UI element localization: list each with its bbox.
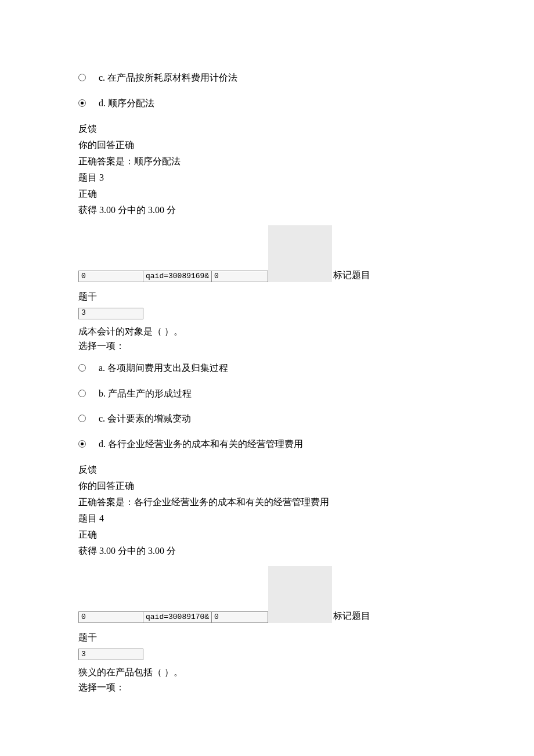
feedback-title: 反馈 bbox=[78, 462, 534, 478]
choose-prompt: 选择一项： bbox=[78, 339, 534, 354]
option-c[interactable]: c. 在产品按所耗原材料费用计价法 bbox=[78, 70, 534, 85]
question-number: 题目 4 bbox=[78, 510, 534, 527]
correct-answer: 正确答案是：各行企业经营业务的成本和有关的经营管理费用 bbox=[78, 494, 534, 510]
option-text: 各行企业经营业务的成本和有关的经营管理费用 bbox=[108, 437, 303, 452]
choose-prompt: 选择一项： bbox=[78, 680, 534, 695]
radio-icon[interactable] bbox=[78, 415, 86, 422]
option-text: 顺序分配法 bbox=[108, 96, 154, 111]
option-letter: d. bbox=[99, 96, 106, 111]
question-text: 狭义的在产品包括（ ）。 bbox=[78, 665, 534, 680]
feedback-correct: 你的回答正确 bbox=[78, 137, 534, 153]
stem-title: 题干 bbox=[78, 630, 534, 645]
option-b[interactable]: b. 产品生产的形成过程 bbox=[78, 386, 534, 401]
option-letter: c. bbox=[99, 411, 105, 426]
option-letter: b. bbox=[99, 386, 106, 401]
correct-answer: 正确答案是：顺序分配法 bbox=[78, 153, 534, 170]
option-text: 会计要素的增减变动 bbox=[107, 411, 191, 426]
option-c[interactable]: c. 会计要素的增减变动 bbox=[78, 411, 534, 426]
option-d[interactable]: d. 顺序分配法 bbox=[78, 96, 534, 111]
radio-icon[interactable] bbox=[78, 390, 86, 397]
radio-icon[interactable] bbox=[78, 364, 86, 372]
radio-icon[interactable] bbox=[78, 74, 86, 81]
option-text: 产品生产的形成过程 bbox=[108, 386, 192, 401]
question-score: 获得 3.00 分中的 3.00 分 bbox=[78, 543, 534, 559]
hidden-input-a[interactable]: 0 bbox=[78, 611, 143, 623]
question-score: 获得 3.00 分中的 3.00 分 bbox=[78, 202, 534, 218]
option-text: 各项期间费用支出及归集过程 bbox=[107, 361, 228, 376]
option-letter: c. bbox=[99, 70, 105, 85]
hidden-input-c[interactable]: 0 bbox=[212, 271, 268, 282]
feedback-block: 反馈 你的回答正确 正确答案是：顺序分配法 题目 3 正确 获得 3.00 分中… bbox=[78, 121, 534, 218]
option-text: 在产品按所耗原材料费用计价法 bbox=[107, 70, 237, 85]
feedback-title: 反馈 bbox=[78, 121, 534, 137]
feedback-correct: 你的回答正确 bbox=[78, 478, 534, 494]
radio-icon[interactable] bbox=[78, 440, 86, 448]
hidden-input-b[interactable]: qaid=30089170& bbox=[143, 611, 212, 623]
sequence-input[interactable]: 3 bbox=[78, 649, 143, 660]
flag-row: 0 qaid=30089169& 0 标记题目 bbox=[78, 225, 534, 282]
question-status: 正确 bbox=[78, 186, 534, 202]
flag-icon[interactable] bbox=[268, 225, 332, 282]
question-number: 题目 3 bbox=[78, 170, 534, 186]
option-letter: a. bbox=[99, 361, 105, 376]
radio-icon[interactable] bbox=[78, 99, 86, 107]
question-status: 正确 bbox=[78, 527, 534, 543]
option-d[interactable]: d. 各行企业经营业务的成本和有关的经营管理费用 bbox=[78, 437, 534, 452]
flag-label[interactable]: 标记题目 bbox=[333, 609, 370, 624]
hidden-input-a[interactable]: 0 bbox=[78, 271, 143, 282]
stem-title: 题干 bbox=[78, 289, 534, 304]
option-letter: d. bbox=[99, 437, 106, 452]
sequence-input[interactable]: 3 bbox=[78, 308, 143, 319]
hidden-input-c[interactable]: 0 bbox=[212, 611, 268, 623]
option-a[interactable]: a. 各项期间费用支出及归集过程 bbox=[78, 361, 534, 376]
flag-label[interactable]: 标记题目 bbox=[333, 268, 370, 283]
flag-row: 0 qaid=30089170& 0 标记题目 bbox=[78, 566, 534, 623]
question-text: 成本会计的对象是（ ）。 bbox=[78, 324, 534, 339]
feedback-block: 反馈 你的回答正确 正确答案是：各行企业经营业务的成本和有关的经营管理费用 题目… bbox=[78, 462, 534, 559]
flag-icon[interactable] bbox=[268, 566, 332, 623]
hidden-input-b[interactable]: qaid=30089169& bbox=[143, 271, 212, 282]
